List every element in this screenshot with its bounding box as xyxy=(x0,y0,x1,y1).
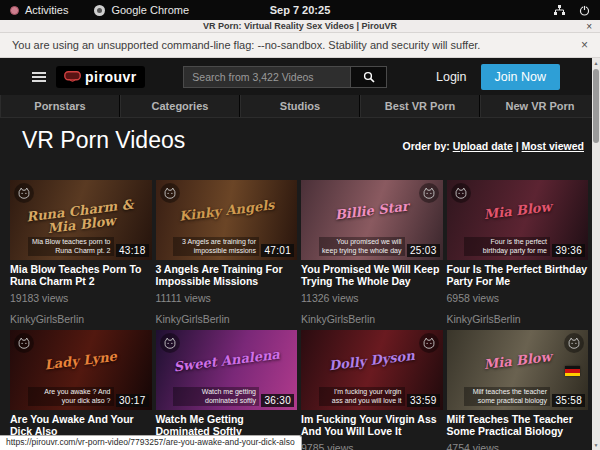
video-views: 6958 views xyxy=(447,292,589,304)
video-thumbnail[interactable]: Dolly Dyson I'm fucking your virgin ass … xyxy=(301,330,443,410)
video-title[interactable]: You Promised We Will Keep Trying The Who… xyxy=(301,264,443,287)
status-url-tooltip: https://pirouvr.com/vr-porn-video/779325… xyxy=(0,435,302,450)
video-thumbnail[interactable]: Runa Charm & Mia Blow Mia Blow teaches p… xyxy=(10,180,152,260)
warning-message: You are using an unsupported command-lin… xyxy=(12,39,480,51)
video-title[interactable]: Milf Teaches The Teacher Some Practical … xyxy=(447,414,589,437)
vr-goggles-icon xyxy=(64,71,81,82)
menu-icon[interactable] xyxy=(32,72,46,82)
browser-title-bar: VR Porn: Virtual Reality Sex Videos | Pi… xyxy=(0,20,600,33)
main-nav: Pornstars Categories Studios Best VR Por… xyxy=(0,95,600,118)
scrollbar[interactable]: ▲ ▼ xyxy=(592,58,600,450)
thumbnail-overlay-title: Lady Lyne xyxy=(14,346,148,376)
video-card[interactable]: Mia Blow Milf teaches the teacher some p… xyxy=(447,330,589,450)
video-duration-badge: 36:30 xyxy=(261,394,294,407)
video-thumbnail[interactable]: Mia Blow Four is the perfect birthday pa… xyxy=(447,180,589,260)
video-duration-badge: 25:03 xyxy=(407,244,440,257)
search-input[interactable] xyxy=(183,66,351,88)
video-card[interactable]: Mia Blow Four is the perfect birthday pa… xyxy=(447,180,589,323)
search-bar xyxy=(183,66,387,88)
network-icon[interactable] xyxy=(554,5,565,16)
video-duration-badge: 39:36 xyxy=(552,244,585,257)
video-title[interactable]: Watch Me Getting Dominated Softly xyxy=(156,414,298,437)
video-card[interactable]: Kinky Angels 3 Angels are training for i… xyxy=(156,180,298,323)
thumbnail-caption: You promised we will keep trying the who… xyxy=(319,237,405,256)
scrollbar-thumb[interactable] xyxy=(593,69,599,143)
thumbnail-caption: Are you awake ? And your dick also ? xyxy=(28,387,114,406)
video-studio-link[interactable]: KinkyGirlsBerlin xyxy=(156,313,298,325)
site-header: pirouvr Login Join Now xyxy=(0,58,600,95)
video-duration-badge: 35:58 xyxy=(552,394,585,407)
thumbnail-overlay-title: Mia Blow xyxy=(450,196,584,226)
thumbnail-overlay-title: Runa Charm & Mia Blow xyxy=(13,196,149,239)
video-title[interactable]: Im Fucking Your Virgin Ass And You Will … xyxy=(301,414,443,437)
thumbnail-caption: Milf teaches the teacher some practical … xyxy=(464,387,550,406)
thumbnail-caption: Mia Blow teaches porn to Runa Charm pt. … xyxy=(28,237,114,256)
nav-item-pornstars[interactable]: Pornstars xyxy=(0,95,120,117)
video-views: 11326 views xyxy=(301,292,443,304)
order-by: Order by: Upload date | Most viewed xyxy=(402,140,584,152)
video-duration-badge: 47:01 xyxy=(261,244,294,257)
video-thumbnail[interactable]: Kinky Angels 3 Angels are training for i… xyxy=(156,180,298,260)
order-by-most-viewed-link[interactable]: Most viewed xyxy=(522,140,584,152)
thumbnail-overlay-title: Kinky Angels xyxy=(159,196,293,226)
video-title[interactable]: 3 Angels Are Training For Impossible Mis… xyxy=(156,264,298,287)
video-views: 11111 views xyxy=(156,292,298,304)
studio-logo-icon xyxy=(451,183,471,203)
german-flag-icon xyxy=(565,366,580,376)
studio-logo-icon xyxy=(160,183,180,203)
site-logo[interactable]: pirouvr xyxy=(56,66,145,88)
studio-logo-icon xyxy=(14,183,34,203)
video-card[interactable]: Sweet Analena Watch me getting dominated… xyxy=(156,330,298,450)
search-button[interactable] xyxy=(351,66,387,88)
video-thumbnail[interactable]: Mia Blow Milf teaches the teacher some p… xyxy=(447,330,589,410)
order-by-separator: | xyxy=(516,140,519,152)
page-title: VR Porn Videos xyxy=(22,127,185,154)
search-icon xyxy=(363,71,375,83)
thumbnail-caption: 3 Angels are training for impossible mis… xyxy=(173,237,259,256)
video-title[interactable]: Four Is The Perfect Birthday Party For M… xyxy=(447,264,589,287)
order-by-label: Order by: xyxy=(402,140,449,152)
video-duration-badge: 33:59 xyxy=(407,394,440,407)
video-card[interactable]: Runa Charm & Mia Blow Mia Blow teaches p… xyxy=(10,180,152,323)
video-title[interactable]: Are You Awake And Your Dick Also xyxy=(10,414,152,437)
studio-logo-icon xyxy=(160,333,180,353)
video-views: 9785 views xyxy=(301,442,443,450)
nav-item-categories[interactable]: Categories xyxy=(120,95,240,117)
video-title[interactable]: Mia Blow Teaches Porn To Runa Charm Pt 2 xyxy=(10,264,152,287)
browser-title: VR Porn: Virtual Reality Sex Videos | Pi… xyxy=(203,21,397,31)
nav-item-studios[interactable]: Studios xyxy=(240,95,360,117)
video-views: 19183 views xyxy=(10,292,152,304)
scroll-up-icon[interactable]: ▲ xyxy=(594,58,599,68)
site-logo-text: pirouvr xyxy=(85,69,137,85)
thumbnail-caption: I'm fucking your virgin ass and you will… xyxy=(319,387,405,406)
order-by-upload-date-link[interactable]: Upload date xyxy=(453,140,513,152)
thumbnail-caption: Four is the perfect birthday party for m… xyxy=(464,237,550,256)
thumbnail-overlay-title: Billie Star xyxy=(305,196,439,226)
video-card[interactable]: Dolly Dyson I'm fucking your virgin ass … xyxy=(301,330,443,450)
nav-item-new-vr-porn[interactable]: New VR Porn xyxy=(480,95,600,117)
video-thumbnail[interactable]: Lady Lyne Are you awake ? And your dick … xyxy=(10,330,152,410)
thumbnail-overlay-title: Dolly Dyson xyxy=(305,346,439,376)
video-studio-link[interactable]: KinkyGirlsBerlin xyxy=(447,313,589,325)
video-duration-badge: 30:17 xyxy=(116,394,149,407)
video-studio-link[interactable]: KinkyGirlsBerlin xyxy=(301,313,443,325)
login-link[interactable]: Login xyxy=(436,70,467,84)
video-studio-link[interactable]: KinkyGirlsBerlin xyxy=(10,313,152,325)
system-top-bar: Activities Google Chrome Sep 7 20:25 xyxy=(0,0,600,20)
studio-logo-icon xyxy=(14,333,34,353)
warning-infobar: You are using an unsupported command-lin… xyxy=(0,33,600,58)
close-icon[interactable]: × xyxy=(586,21,592,32)
warning-close-icon[interactable]: × xyxy=(581,38,588,52)
clock[interactable]: Sep 7 20:25 xyxy=(0,4,600,16)
join-now-button[interactable]: Join Now xyxy=(481,64,560,90)
video-card[interactable]: Lady Lyne Are you awake ? And your dick … xyxy=(10,330,152,450)
nav-item-best-vr-porn[interactable]: Best VR Porn xyxy=(360,95,480,117)
video-duration-badge: 43:18 xyxy=(116,244,149,257)
video-thumbnail[interactable]: Sweet Analena Watch me getting dominated… xyxy=(156,330,298,410)
scroll-down-icon[interactable]: ▼ xyxy=(594,440,599,450)
power-icon[interactable] xyxy=(579,5,590,16)
video-card[interactable]: Billie Star You promised we will keep tr… xyxy=(301,180,443,323)
video-views: 4754 views xyxy=(447,442,589,450)
video-grid: Runa Charm & Mia Blow Mia Blow teaches p… xyxy=(10,180,588,450)
video-thumbnail[interactable]: Billie Star You promised we will keep tr… xyxy=(301,180,443,260)
